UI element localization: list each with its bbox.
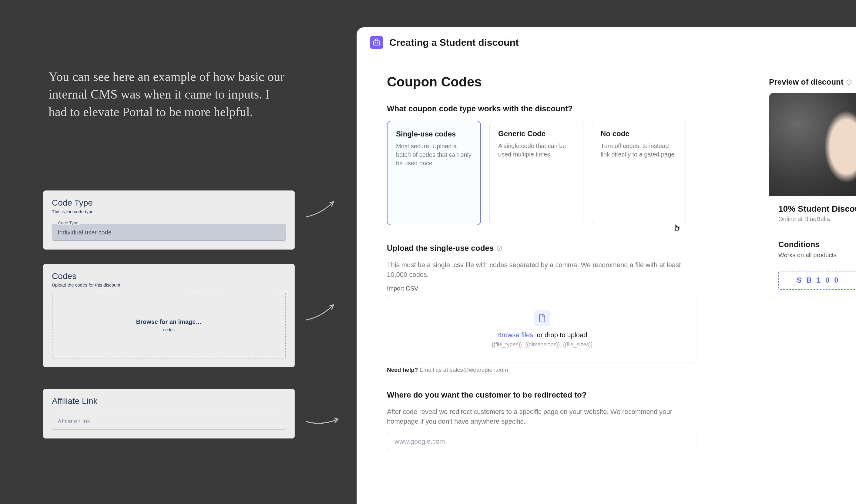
info-icon[interactable]: ⊙ (846, 77, 852, 86)
upload-dropzone[interactable]: Browse files, or drop to upload {{file_t… (387, 296, 697, 362)
import-label: Import CSV (387, 285, 697, 292)
upload-sub-text: codes (163, 327, 174, 332)
panel-title: Code Type (52, 198, 286, 208)
option-desc: Most secure. Upload a batch of codes tha… (396, 142, 472, 167)
svg-point-2 (377, 42, 378, 43)
code-type-options: Single-use codes Most secure. Upload a b… (387, 121, 697, 225)
question-upload-text: Upload the single-use codes (387, 244, 494, 253)
option-desc: A single code that can be used multiple … (498, 142, 575, 159)
preview-label-text: Preview of discount (769, 77, 843, 86)
code-type-input[interactable]: Individual user code (52, 224, 286, 241)
file-icon (534, 310, 550, 326)
question-upload: Upload the single-use codes ⊙ (387, 244, 697, 253)
option-title: No code (601, 129, 677, 138)
preview-label: Preview of discount ⊙ (769, 77, 856, 87)
app-logo-icon (370, 36, 383, 49)
divider (769, 231, 856, 231)
upload-rest: , or drop to upload (533, 331, 587, 339)
old-cms-panel-codes: Codes Upload the codes for this discount… (43, 264, 295, 367)
field-label: Code Type (57, 220, 79, 225)
affiliate-link-input[interactable]: Affiliate Link (52, 413, 286, 430)
upload-line1: Browse files, or drop to upload (497, 331, 587, 339)
app-header: Creating a Student discount (357, 27, 856, 56)
redirect-url-input[interactable]: www.google.com (387, 432, 697, 451)
option-generic[interactable]: Generic Code A single code that can be u… (489, 121, 583, 225)
option-single-use[interactable]: Single-use codes Most secure. Upload a b… (387, 121, 481, 225)
option-title: Generic Code (498, 129, 575, 138)
panel-subtitle: This is the code type (52, 209, 286, 214)
old-cms-panel-code-type: Code Type This is the code type Code Typ… (43, 191, 295, 250)
annotation-text: You can see here an example of how basic… (49, 68, 285, 121)
preview-subtitle: Online at BlueBella (778, 216, 856, 222)
preview-panel: Preview of discount ⊙ 10% Student Discou… (728, 56, 856, 504)
upload-help-text: This must be a single .csv file with cod… (387, 260, 697, 280)
discount-code[interactable]: SB100 (778, 271, 856, 290)
question-redirect: Where do you want the customer to be red… (387, 390, 697, 400)
need-help-label: Need help? (387, 367, 418, 373)
svg-point-1 (375, 42, 376, 43)
need-help-email: Email us at sales@wearepion.com (420, 367, 508, 373)
preview-image (769, 93, 856, 196)
conditions-text: Works on all products (778, 252, 856, 259)
old-upload-area[interactable]: Browse for an image… codes (52, 292, 286, 358)
conditions-title: Conditions (778, 240, 856, 249)
panel-title: Codes (52, 271, 286, 281)
app-window: Creating a Student discount Coupon Codes… (357, 27, 856, 504)
upload-main-text: Browse for an image… (136, 319, 202, 325)
upload-meta: {{file_types}}, {{dimensions}}, {{file_s… (492, 341, 592, 348)
option-desc: Turn off codes, to instead link directly… (601, 142, 677, 159)
panel-title: Affiliate Link (52, 396, 286, 406)
option-no-code[interactable]: No code Turn off codes, to instead link … (592, 121, 686, 225)
preview-title: 10% Student Discount (778, 204, 856, 214)
panel-subtitle: Upload the codes for this discount (52, 282, 286, 287)
question-code-type: What coupon code type works with the dis… (387, 104, 697, 113)
section-title: Coupon Codes (387, 74, 697, 89)
browse-files-link[interactable]: Browse files (497, 331, 533, 339)
need-help-line: Need help? Email us at sales@wearepion.c… (387, 367, 697, 373)
arrow-icon (303, 412, 343, 431)
preview-card: 10% Student Discount Online at BlueBella… (769, 93, 856, 299)
old-cms-panel-affiliate: Affiliate Link Affiliate Link (43, 389, 295, 438)
arrow-icon (303, 197, 340, 221)
redirect-help-text: After code reveal we redirect customers … (387, 407, 697, 426)
info-icon[interactable]: ⊙ (496, 244, 503, 253)
app-title: Creating a Student discount (389, 37, 519, 48)
app-main: Coupon Codes What coupon code type works… (357, 56, 728, 504)
svg-rect-0 (374, 41, 380, 45)
arrow-icon (303, 300, 340, 324)
option-title: Single-use codes (396, 130, 472, 138)
